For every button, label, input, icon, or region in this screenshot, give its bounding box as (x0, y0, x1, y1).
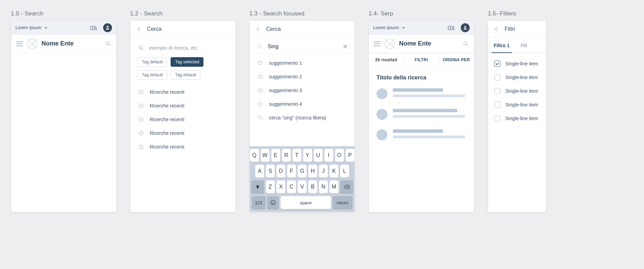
search-input[interactable] (268, 43, 338, 50)
filter-tabs: Filtro 1 Filt (488, 37, 546, 53)
page-title: Filtri (505, 26, 515, 32)
suggestion-label: suggerimento 2 (269, 74, 302, 79)
search-field[interactable] (131, 37, 235, 56)
backspace-icon (344, 184, 350, 189)
backspace-key[interactable] (340, 180, 353, 193)
slim-header: Lorem Ipsum ITA (369, 21, 474, 35)
return-key[interactable]: return (333, 196, 352, 209)
back-button[interactable] (494, 26, 500, 32)
back-button[interactable] (136, 26, 142, 32)
key[interactable]: S (266, 165, 275, 178)
suggestion-item[interactable]: suggerimento 1 (252, 56, 352, 70)
numbers-key[interactable]: 123 (252, 196, 265, 209)
item-label: Single-line item (505, 88, 538, 94)
sort-button[interactable]: ORDINA PER (439, 53, 474, 66)
key[interactable]: U (314, 149, 323, 162)
recent-item[interactable]: Ricerche recenti (133, 99, 233, 113)
filter-tab-2[interactable]: Filt (520, 39, 528, 52)
key[interactable]: W (261, 149, 270, 162)
filters-button[interactable]: FILTRI (404, 53, 439, 66)
clock-icon (138, 116, 144, 123)
suggestion-item[interactable]: suggerimento 4 (252, 97, 352, 111)
search-icon (105, 41, 111, 47)
back-button[interactable] (255, 26, 261, 32)
key[interactable]: N (319, 180, 328, 193)
screen-label: 1.4- Serp (369, 10, 474, 17)
key[interactable]: R (282, 149, 291, 162)
suggestion-list: suggerimento 1 suggerimento 2 suggerimen… (250, 54, 355, 127)
account-button[interactable] (461, 23, 470, 32)
key[interactable]: C (287, 180, 296, 193)
language-link[interactable]: ITA (90, 25, 97, 30)
checkbox-item[interactable]: Single-line item (494, 85, 540, 97)
account-button[interactable] (103, 23, 112, 32)
search-button[interactable] (105, 41, 111, 47)
result-thumb (376, 109, 387, 120)
nav-row: Nome Ente (369, 35, 474, 53)
checkbox-icon (494, 102, 500, 108)
pentagon-icon (257, 60, 263, 66)
suggestion-item[interactable]: suggerimento 2 (252, 70, 352, 84)
key[interactable]: O (335, 149, 344, 162)
key[interactable]: P (346, 149, 355, 162)
checkbox-item[interactable]: Single-line item (494, 113, 540, 124)
brand-dropdown[interactable]: Lorem Ipsum (15, 25, 48, 30)
clock-icon (138, 144, 144, 150)
key[interactable]: G (298, 165, 307, 178)
key[interactable]: V (298, 180, 307, 193)
screen-label: 1.3 - Search focused (249, 10, 355, 17)
placeholder-line (393, 136, 465, 138)
search-icon (257, 115, 263, 121)
key[interactable]: X (276, 180, 285, 193)
menu-button[interactable] (16, 41, 23, 46)
search-input[interactable] (149, 45, 228, 51)
recent-item[interactable]: Ricerche recenti (133, 140, 233, 154)
phone-frame: Lorem Ipsum ITA Nome Ente (11, 21, 116, 212)
tag-default[interactable]: Tag default (137, 70, 167, 80)
checkbox-item[interactable]: Single-line item (494, 72, 540, 83)
key[interactable]: Y (303, 149, 312, 162)
key[interactable]: Z (266, 180, 275, 193)
key[interactable]: D (276, 165, 285, 178)
key[interactable]: A (255, 165, 264, 178)
key[interactable]: E (271, 149, 280, 162)
free-search-item[interactable]: cerca "sing" (ricerca libera) (252, 111, 352, 125)
clear-button[interactable] (343, 44, 348, 49)
recent-item[interactable]: Ricerche recenti (133, 126, 233, 140)
key[interactable]: Q (250, 149, 259, 162)
menu-button[interactable] (374, 41, 381, 46)
key[interactable]: F (287, 165, 296, 178)
language-link[interactable]: ITA (448, 25, 455, 30)
brand-dropdown[interactable]: Lorem Ipsum (373, 25, 405, 30)
key[interactable]: J (319, 165, 328, 178)
key[interactable]: T (293, 149, 301, 162)
search-button[interactable] (463, 41, 469, 47)
tag-default[interactable]: Tag default (171, 70, 200, 80)
recent-item[interactable]: Ricerche recenti (133, 113, 233, 126)
suggestion-label: suggerimento 4 (269, 101, 302, 107)
search-field[interactable] (250, 37, 355, 54)
space-key[interactable]: space (281, 196, 331, 209)
emoji-key[interactable] (267, 196, 279, 209)
key[interactable]: L (340, 165, 349, 178)
result-item[interactable] (369, 104, 474, 125)
pentagon-icon (257, 87, 263, 93)
key[interactable]: B (308, 180, 317, 193)
filter-tab-1[interactable]: Filtro 1 (493, 39, 510, 52)
checkbox-item[interactable]: Single-line item (494, 58, 540, 69)
checkbox-item[interactable]: Single-line item (494, 99, 540, 111)
tag-selected[interactable]: Tag selected (171, 57, 203, 67)
suggestion-item[interactable]: suggerimento 3 (252, 84, 352, 97)
key[interactable]: I (324, 149, 333, 162)
key[interactable]: H (308, 165, 317, 178)
result-item[interactable] (369, 125, 474, 145)
key[interactable]: K (330, 165, 338, 178)
tag-default[interactable]: Tag default (137, 57, 167, 67)
recent-item[interactable]: Ricerche recenti (133, 85, 233, 99)
shift-key[interactable] (251, 180, 264, 193)
phone-frame: Cerca suggerimento 1 suggerimento 2 (249, 21, 355, 212)
key[interactable]: M (330, 180, 338, 193)
result-item[interactable] (369, 84, 474, 104)
back-header: Cerca (131, 21, 235, 37)
brand-dropdown-label: Lorem Ipsum (15, 25, 41, 30)
